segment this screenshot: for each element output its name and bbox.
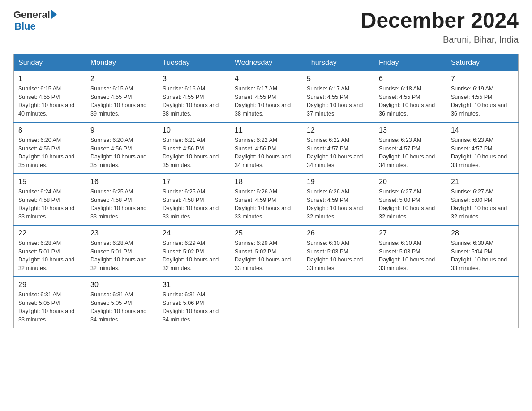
logo: General Blue [13, 9, 57, 32]
calendar-cell: 27Sunrise: 6:30 AMSunset: 5:03 PMDayligh… [374, 225, 446, 277]
day-info: Sunrise: 6:25 AMSunset: 4:58 PMDaylight:… [163, 188, 225, 221]
day-info: Sunrise: 6:18 AMSunset: 4:55 PMDaylight:… [379, 85, 442, 118]
day-info: Sunrise: 6:26 AMSunset: 4:59 PMDaylight:… [235, 188, 297, 221]
day-info: Sunrise: 6:16 AMSunset: 4:55 PMDaylight:… [163, 85, 225, 118]
calendar-cell: 2Sunrise: 6:15 AMSunset: 4:55 PMDaylight… [86, 71, 158, 122]
calendar-cell: 28Sunrise: 6:30 AMSunset: 5:04 PMDayligh… [446, 225, 519, 277]
day-number: 11 [235, 126, 297, 134]
day-info: Sunrise: 6:29 AMSunset: 5:02 PMDaylight:… [235, 239, 297, 273]
calendar-cell: 18Sunrise: 6:26 AMSunset: 4:59 PMDayligh… [230, 174, 302, 225]
calendar-cell: 19Sunrise: 6:26 AMSunset: 4:59 PMDayligh… [302, 174, 374, 225]
calendar-cell [230, 277, 302, 328]
day-number: 1 [18, 75, 81, 83]
day-number: 26 [307, 229, 369, 237]
day-number: 4 [235, 75, 297, 83]
day-number: 21 [451, 178, 514, 186]
day-info: Sunrise: 6:22 AMSunset: 4:56 PMDaylight:… [235, 136, 297, 170]
header-monday: Monday [86, 54, 158, 71]
calendar-week-row: 8Sunrise: 6:20 AMSunset: 4:56 PMDaylight… [14, 122, 519, 174]
calendar-cell [446, 277, 519, 328]
day-number: 14 [451, 126, 514, 134]
day-number: 13 [379, 126, 442, 134]
calendar-cell: 17Sunrise: 6:25 AMSunset: 4:58 PMDayligh… [158, 174, 230, 225]
calendar-week-row: 29Sunrise: 6:31 AMSunset: 5:05 PMDayligh… [14, 277, 519, 328]
calendar-cell: 6Sunrise: 6:18 AMSunset: 4:55 PMDaylight… [374, 71, 446, 122]
logo-blue-text: Blue [14, 21, 36, 32]
calendar-cell: 30Sunrise: 6:31 AMSunset: 5:05 PMDayligh… [86, 277, 158, 328]
calendar-cell: 13Sunrise: 6:23 AMSunset: 4:57 PMDayligh… [374, 122, 446, 174]
calendar-cell: 4Sunrise: 6:17 AMSunset: 4:55 PMDaylight… [230, 71, 302, 122]
day-number: 12 [307, 126, 369, 134]
day-info: Sunrise: 6:20 AMSunset: 4:56 PMDaylight:… [90, 136, 153, 170]
day-number: 27 [379, 229, 442, 237]
header-saturday: Saturday [446, 54, 519, 71]
day-number: 8 [18, 126, 81, 134]
calendar-cell: 9Sunrise: 6:20 AMSunset: 4:56 PMDaylight… [86, 122, 158, 174]
day-info: Sunrise: 6:31 AMSunset: 5:06 PMDaylight:… [163, 291, 225, 324]
calendar-cell: 29Sunrise: 6:31 AMSunset: 5:05 PMDayligh… [14, 277, 86, 328]
day-info: Sunrise: 6:30 AMSunset: 5:03 PMDaylight:… [307, 239, 369, 273]
calendar-cell: 20Sunrise: 6:27 AMSunset: 5:00 PMDayligh… [374, 174, 446, 225]
location: Baruni, Bihar, India [361, 34, 519, 45]
calendar-cell: 14Sunrise: 6:23 AMSunset: 4:57 PMDayligh… [446, 122, 519, 174]
logo-arrow-icon [51, 10, 57, 19]
calendar-cell: 5Sunrise: 6:17 AMSunset: 4:55 PMDaylight… [302, 71, 374, 122]
day-number: 7 [451, 75, 514, 83]
calendar-cell: 25Sunrise: 6:29 AMSunset: 5:02 PMDayligh… [230, 225, 302, 277]
day-info: Sunrise: 6:17 AMSunset: 4:55 PMDaylight:… [235, 85, 297, 118]
header-tuesday: Tuesday [158, 54, 230, 71]
day-info: Sunrise: 6:27 AMSunset: 5:00 PMDaylight:… [451, 188, 514, 221]
day-number: 18 [235, 178, 297, 186]
day-info: Sunrise: 6:19 AMSunset: 4:55 PMDaylight:… [451, 85, 514, 118]
day-number: 29 [18, 281, 81, 289]
header-thursday: Thursday [302, 54, 374, 71]
calendar-cell: 1Sunrise: 6:15 AMSunset: 4:55 PMDaylight… [14, 71, 86, 122]
day-info: Sunrise: 6:29 AMSunset: 5:02 PMDaylight:… [163, 239, 225, 273]
calendar-week-row: 15Sunrise: 6:24 AMSunset: 4:58 PMDayligh… [14, 174, 519, 225]
day-number: 9 [90, 126, 153, 134]
day-number: 30 [90, 281, 153, 289]
calendar-cell: 8Sunrise: 6:20 AMSunset: 4:56 PMDaylight… [14, 122, 86, 174]
month-title: December 2024 [361, 9, 519, 33]
day-info: Sunrise: 6:28 AMSunset: 5:01 PMDaylight:… [90, 239, 153, 273]
day-info: Sunrise: 6:31 AMSunset: 5:05 PMDaylight:… [90, 291, 153, 324]
day-number: 24 [163, 229, 225, 237]
calendar-cell: 22Sunrise: 6:28 AMSunset: 5:01 PMDayligh… [14, 225, 86, 277]
calendar-cell [374, 277, 446, 328]
day-number: 16 [90, 178, 153, 186]
day-number: 23 [90, 229, 153, 237]
day-number: 28 [451, 229, 514, 237]
day-info: Sunrise: 6:17 AMSunset: 4:55 PMDaylight:… [307, 85, 369, 118]
calendar-cell: 7Sunrise: 6:19 AMSunset: 4:55 PMDaylight… [446, 71, 519, 122]
day-number: 10 [163, 126, 225, 134]
calendar-cell: 16Sunrise: 6:25 AMSunset: 4:58 PMDayligh… [86, 174, 158, 225]
day-number: 17 [163, 178, 225, 186]
day-number: 6 [379, 75, 442, 83]
day-number: 25 [235, 229, 297, 237]
day-number: 22 [18, 229, 81, 237]
day-number: 20 [379, 178, 442, 186]
calendar-cell: 21Sunrise: 6:27 AMSunset: 5:00 PMDayligh… [446, 174, 519, 225]
calendar-cell: 10Sunrise: 6:21 AMSunset: 4:56 PMDayligh… [158, 122, 230, 174]
day-info: Sunrise: 6:30 AMSunset: 5:03 PMDaylight:… [379, 239, 442, 273]
day-info: Sunrise: 6:23 AMSunset: 4:57 PMDaylight:… [451, 136, 514, 170]
header-sunday: Sunday [14, 54, 86, 71]
calendar-table: SundayMondayTuesdayWednesdayThursdayFrid… [13, 54, 519, 328]
header-wednesday: Wednesday [230, 54, 302, 71]
page-header: General Blue December 2024 Baruni, Bihar… [13, 9, 519, 45]
logo-general-text: General [13, 9, 57, 21]
day-info: Sunrise: 6:30 AMSunset: 5:04 PMDaylight:… [451, 239, 514, 273]
day-info: Sunrise: 6:28 AMSunset: 5:01 PMDaylight:… [18, 239, 81, 273]
day-info: Sunrise: 6:21 AMSunset: 4:56 PMDaylight:… [163, 136, 225, 170]
day-info: Sunrise: 6:15 AMSunset: 4:55 PMDaylight:… [18, 85, 81, 118]
day-info: Sunrise: 6:23 AMSunset: 4:57 PMDaylight:… [379, 136, 442, 170]
calendar-cell: 31Sunrise: 6:31 AMSunset: 5:06 PMDayligh… [158, 277, 230, 328]
calendar-cell: 3Sunrise: 6:16 AMSunset: 4:55 PMDaylight… [158, 71, 230, 122]
day-info: Sunrise: 6:15 AMSunset: 4:55 PMDaylight:… [90, 85, 153, 118]
calendar-header-row: SundayMondayTuesdayWednesdayThursdayFrid… [14, 54, 519, 71]
day-number: 3 [163, 75, 225, 83]
day-number: 15 [18, 178, 81, 186]
day-info: Sunrise: 6:24 AMSunset: 4:58 PMDaylight:… [18, 188, 81, 221]
day-number: 19 [307, 178, 369, 186]
calendar-week-row: 1Sunrise: 6:15 AMSunset: 4:55 PMDaylight… [14, 71, 519, 122]
